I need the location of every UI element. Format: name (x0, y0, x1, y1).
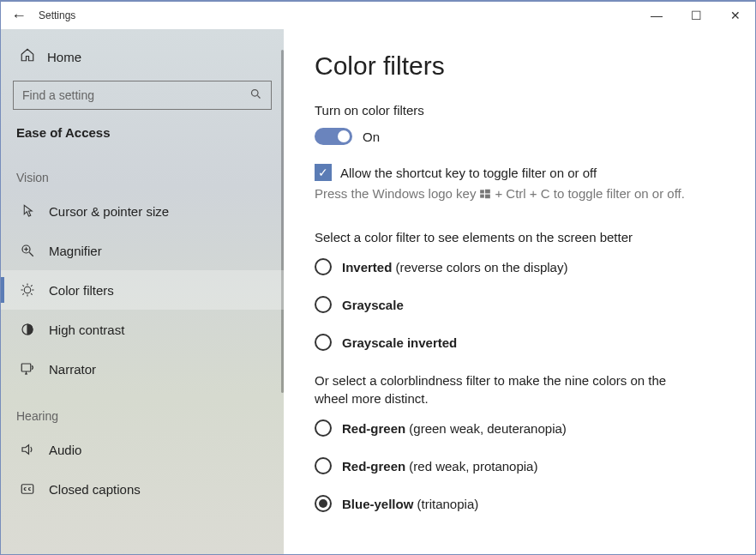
svg-point-6 (24, 287, 31, 293)
sidebar-item-label: Cursor & pointer size (49, 204, 169, 219)
toggle-state-text: On (363, 130, 380, 144)
back-button[interactable]: ← (1, 7, 37, 25)
svg-line-12 (31, 293, 33, 295)
sidebar-item-label: Closed captions (49, 482, 141, 497)
filter-group-desc: Select a color filter to see elements on… (315, 228, 683, 246)
svg-rect-16 (21, 364, 31, 371)
sidebar-item-narrator[interactable]: Narrator (1, 349, 284, 389)
shortcut-checkbox-row: ✓ Allow the shortcut key to toggle filte… (315, 164, 729, 181)
shortcut-hint: Press the Windows logo key + Ctrl + C to… (315, 186, 729, 201)
sidebar: Home Ease of Access VisionCursor & point… (1, 29, 284, 554)
svg-rect-23 (485, 194, 490, 198)
svg-rect-20 (481, 190, 485, 193)
sidebar-item-label: Audio (49, 443, 81, 457)
search-icon (249, 87, 262, 103)
svg-rect-21 (485, 189, 490, 193)
radio-button[interactable] (315, 258, 332, 275)
radio-label: Inverted (reverse colors on the display) (342, 260, 567, 274)
colorblind-group-desc: Or select a colorblindness filter to mak… (315, 371, 683, 407)
sidebar-group-hearing: Hearing (1, 389, 284, 430)
radio-label: Grayscale inverted (342, 335, 457, 350)
svg-line-13 (22, 293, 24, 295)
cursor-icon (20, 203, 35, 219)
high-contrast-icon (20, 322, 35, 337)
shortcut-checkbox[interactable]: ✓ (315, 164, 332, 181)
sidebar-item-cursor-pointer-size[interactable]: Cursor & pointer size (1, 191, 284, 231)
titlebar: ← Settings — ☐ ✕ (1, 2, 755, 29)
window-title: Settings (37, 9, 637, 21)
sidebar-item-high-contrast[interactable]: High contrast (1, 310, 284, 349)
minimize-button[interactable]: — (637, 2, 676, 29)
sidebar-item-audio[interactable]: Audio (1, 430, 284, 469)
sidebar-item-magnifier[interactable]: Magnifier (1, 231, 284, 270)
shortcut-checkbox-label: Allow the shortcut key to toggle filter … (340, 166, 597, 180)
sidebar-item-color-filters[interactable]: Color filters (1, 270, 284, 310)
sidebar-category: Ease of Access (1, 110, 284, 150)
close-button[interactable]: ✕ (716, 2, 755, 29)
sidebar-item-label: Color filters (49, 283, 114, 298)
svg-rect-22 (481, 194, 485, 197)
color-filters-toggle[interactable] (315, 128, 352, 145)
color-filters-icon (20, 282, 35, 298)
search-input-wrap[interactable] (13, 81, 272, 110)
radio-option-grayscale[interactable]: Grayscale (315, 296, 729, 313)
svg-line-3 (29, 252, 33, 256)
radio-label: Red-green (green weak, deuteranopia) (342, 421, 567, 436)
radio-button[interactable] (315, 419, 332, 437)
magnifier-icon (20, 243, 35, 258)
svg-line-11 (22, 285, 24, 287)
page-title: Color filters (315, 51, 729, 81)
closed-captions-icon (20, 481, 35, 497)
narrator-icon (20, 361, 35, 377)
audio-icon (20, 442, 35, 457)
sidebar-item-label: Narrator (49, 362, 96, 377)
svg-line-14 (31, 285, 33, 287)
radio-option-blue-yellow[interactable]: Blue-yellow (tritanopia) (315, 495, 729, 512)
svg-point-0 (252, 90, 259, 97)
radio-label: Blue-yellow (tritanopia) (342, 497, 478, 511)
radio-label: Grayscale (342, 298, 404, 312)
sidebar-group-vision: Vision (1, 150, 284, 191)
radio-label: Red-green (red weak, protanopia) (342, 459, 537, 474)
toggle-section-label: Turn on color filters (315, 103, 729, 118)
radio-option-inverted[interactable]: Inverted (reverse colors on the display) (315, 258, 729, 275)
sidebar-item-home[interactable]: Home (1, 38, 284, 75)
radio-option-grayscale-inverted[interactable]: Grayscale inverted (315, 334, 729, 351)
radio-button[interactable] (315, 296, 332, 313)
radio-option-red-green[interactable]: Red-green (green weak, deuteranopia) (315, 419, 729, 437)
main-area: Home Ease of Access VisionCursor & point… (1, 29, 755, 554)
svg-line-1 (257, 95, 260, 98)
search-input[interactable] (22, 88, 249, 102)
toggle-knob (338, 130, 350, 142)
toggle-row: On (315, 128, 729, 145)
sidebar-item-closed-captions[interactable]: Closed captions (1, 469, 284, 509)
svg-rect-19 (21, 485, 33, 494)
window-controls: — ☐ ✕ (637, 2, 755, 29)
radio-button[interactable] (315, 495, 332, 512)
windows-logo-icon (479, 188, 491, 200)
radio-button[interactable] (315, 457, 332, 474)
content-pane: Color filters Turn on color filters On ✓… (284, 29, 755, 554)
radio-button[interactable] (315, 334, 332, 351)
home-icon (20, 47, 35, 66)
home-label: Home (47, 50, 81, 64)
sidebar-item-label: High contrast (49, 323, 124, 337)
maximize-button[interactable]: ☐ (676, 2, 716, 29)
sidebar-item-label: Magnifier (49, 244, 102, 258)
radio-option-red-green[interactable]: Red-green (red weak, protanopia) (315, 457, 729, 474)
